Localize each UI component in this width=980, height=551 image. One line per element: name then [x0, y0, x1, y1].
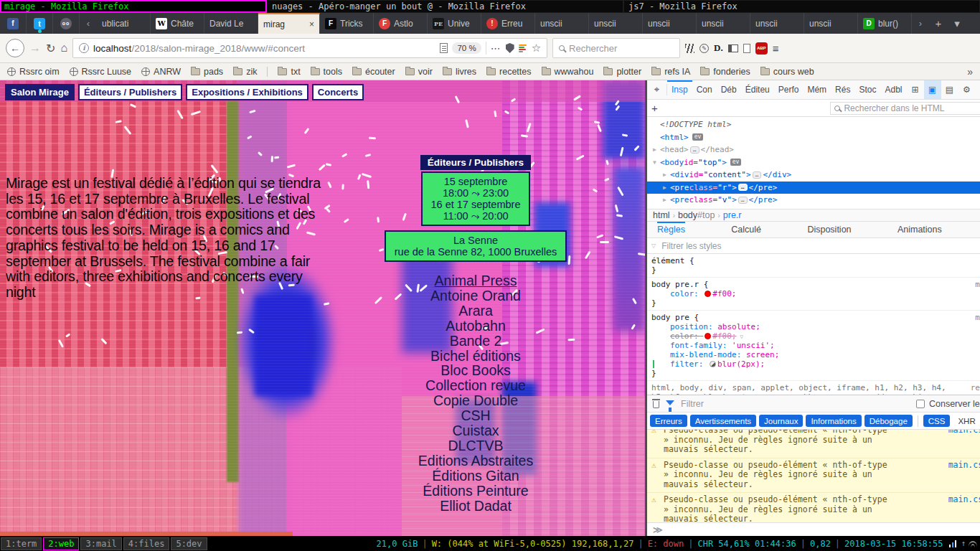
- sidebar-icon[interactable]: ◫: [976, 80, 980, 99]
- event-badge[interactable]: ev: [692, 133, 704, 141]
- tree-line[interactable]: ▶<div id="content">…</div>: [647, 169, 980, 182]
- css-rule[interactable]: inlineélément {}: [647, 254, 980, 278]
- zoom-level-badge[interactable]: 70 %: [452, 42, 481, 54]
- css-property[interactable]: color: #f00; ▽: [651, 331, 980, 341]
- library-icon[interactable]: [685, 44, 694, 53]
- tab[interactable]: unscii: [750, 13, 804, 34]
- rule-source-link[interactable]: main.css:1: [975, 280, 980, 289]
- event-badge[interactable]: ev: [730, 159, 742, 166]
- devices-icon[interactable]: ▤: [941, 80, 958, 99]
- bookmark-item[interactable]: refs IA: [651, 67, 690, 77]
- scroll-tabs-left-icon[interactable]: ‹: [80, 13, 97, 34]
- site-menu-item[interactable]: Éditeurs / Publishers: [78, 84, 182, 100]
- window-title[interactable]: mirage - Mozilla Firefox: [0, 0, 267, 13]
- url-bar[interactable]: i localhost/2018/salon-mirage_2018/www/#…: [72, 38, 547, 58]
- tab[interactable]: unscii: [589, 13, 643, 34]
- color-swatch[interactable]: [705, 291, 711, 297]
- tree-line[interactable]: ▼<body id="top">ev: [647, 156, 980, 169]
- reader-mode-icon[interactable]: [440, 43, 448, 53]
- bookmark-item[interactable]: zik: [233, 67, 257, 77]
- back-button[interactable]: ←: [6, 39, 24, 57]
- rule-source-link[interactable]: main.css:1: [975, 313, 980, 322]
- publisher-item[interactable]: Antoine Orand: [418, 288, 533, 303]
- collapsed-content-pill[interactable]: …: [690, 146, 699, 154]
- console-input-row[interactable]: ≫: [647, 522, 980, 536]
- add-node-button[interactable]: +: [651, 102, 658, 114]
- devtools-tab-perfo[interactable]: Perfo: [774, 80, 804, 99]
- console-filter-débogage[interactable]: Débogage: [864, 415, 913, 427]
- workspace-button[interactable]: 1:term: [1, 537, 42, 550]
- console-filter-xhr[interactable]: XHR: [953, 415, 980, 427]
- tab[interactable]: FAstlo: [374, 13, 428, 34]
- stats-extension-icon[interactable]: [519, 44, 527, 52]
- shield-icon[interactable]: [506, 43, 514, 53]
- tab[interactable]: David Le: [204, 13, 258, 34]
- collapsed-content-pill[interactable]: …: [753, 171, 762, 179]
- color-swatch[interactable]: [705, 333, 711, 339]
- tab-active[interactable]: mirag×: [258, 13, 320, 34]
- publisher-item[interactable]: Animal Press: [418, 273, 533, 288]
- console-filter-css[interactable]: CSS: [923, 415, 951, 427]
- tree-line[interactable]: <!DOCTYPE html>: [647, 118, 980, 131]
- publisher-item[interactable]: Copie Double: [418, 393, 533, 408]
- tab[interactable]: Dblur(): [858, 13, 912, 34]
- tree-line[interactable]: ▶<pre class="r">…</pre>: [647, 182, 980, 194]
- expand-arrow-icon[interactable]: ▶: [663, 184, 670, 191]
- publisher-item[interactable]: Collection revue: [418, 378, 533, 393]
- html-search-input[interactable]: Rechercher dans le HTML: [830, 102, 980, 115]
- devtools-tab-déb[interactable]: Déb: [717, 80, 741, 99]
- bookmark-item[interactable]: wwwahou: [542, 67, 594, 77]
- workspace-button[interactable]: 3:mail: [80, 537, 121, 550]
- breadcrumb-item[interactable]: html: [653, 210, 670, 220]
- publisher-item[interactable]: Bande 2: [418, 334, 533, 349]
- tab[interactable]: unscii: [697, 13, 750, 34]
- console-warning[interactable]: ⚠Pseudo-classe ou pseudo-élément « nth-o…: [647, 458, 980, 494]
- list-all-tabs-icon[interactable]: ▾: [948, 13, 966, 34]
- color-swatch[interactable]: [710, 361, 716, 367]
- console-filter-icon[interactable]: [666, 400, 674, 405]
- collapsed-content-pill[interactable]: …: [738, 184, 748, 191]
- publisher-item[interactable]: DLCTVB: [418, 438, 533, 453]
- reload-button[interactable]: ↻: [46, 42, 55, 55]
- console-filter-placeholder[interactable]: Filtrer: [681, 399, 704, 409]
- console-filter-erreurs[interactable]: Erreurs: [650, 415, 687, 427]
- publisher-item[interactable]: Cuistax: [418, 423, 533, 438]
- settings-icon[interactable]: ⚙: [958, 80, 976, 99]
- css-property[interactable]: font-family: 'unscii';: [651, 341, 980, 350]
- bookmark-item[interactable]: Rssrc Luuse: [70, 67, 131, 77]
- workspace-button[interactable]: 2:web: [43, 537, 79, 550]
- publisher-item[interactable]: Éditions Peinture: [418, 484, 533, 499]
- publisher-item[interactable]: Éditions Gitan: [418, 468, 533, 484]
- warning-source-link[interactable]: main.css:1:3792: [948, 430, 980, 455]
- search-bar[interactable]: Rechercher: [552, 38, 680, 58]
- tab[interactable]: ublicati: [97, 13, 151, 34]
- menu-hamburger-icon[interactable]: ≡: [773, 42, 779, 55]
- devtools-tab-adbl[interactable]: Adbl: [880, 80, 906, 99]
- tree-line[interactable]: <html>ev: [647, 131, 980, 144]
- console-filter-avertissements[interactable]: Avertissements: [690, 415, 756, 427]
- css-property[interactable]: position: absolute;: [651, 322, 980, 331]
- bookmark-item[interactable]: recettes: [486, 67, 531, 77]
- workspace-button[interactable]: 4:files: [123, 537, 170, 550]
- sidebar-tab-calculé[interactable]: Calculé: [731, 222, 761, 237]
- publisher-item[interactable]: Autobahn: [418, 319, 533, 334]
- element-picker-icon[interactable]: ⌖: [647, 84, 667, 95]
- devtools-tab-stoc[interactable]: Stoc: [854, 80, 880, 99]
- extension-d-icon[interactable]: D.: [714, 42, 723, 54]
- bookmark-item[interactable]: tools: [311, 67, 342, 77]
- css-property[interactable]: filter: blur(2px);: [651, 359, 980, 369]
- rule-source-link[interactable]: reset.css:6: [971, 383, 980, 392]
- warning-source-link[interactable]: main.css:1:3791: [948, 461, 980, 490]
- expand-arrow-icon[interactable]: ▼: [653, 159, 660, 166]
- console-warning[interactable]: ⚠Pseudo-classe ou pseudo-élément « nth-o…: [647, 430, 980, 458]
- style-filter-placeholder[interactable]: Filtrer les styles: [661, 241, 721, 251]
- devtools-tab-mém[interactable]: Mém: [803, 80, 831, 99]
- new-tab-button[interactable]: +: [929, 13, 948, 34]
- site-menu-item[interactable]: Expositions / Exhibitions: [186, 84, 308, 100]
- tab[interactable]: WChâte: [151, 13, 204, 34]
- publisher-item[interactable]: Editions Abstraites: [418, 453, 533, 468]
- bookmark-item[interactable]: pads: [191, 67, 223, 77]
- breadcrumb-item[interactable]: pre.r: [723, 210, 742, 220]
- adblock-plus-icon[interactable]: ABP: [755, 42, 768, 55]
- devtools-tab-insp[interactable]: Insp: [667, 80, 692, 99]
